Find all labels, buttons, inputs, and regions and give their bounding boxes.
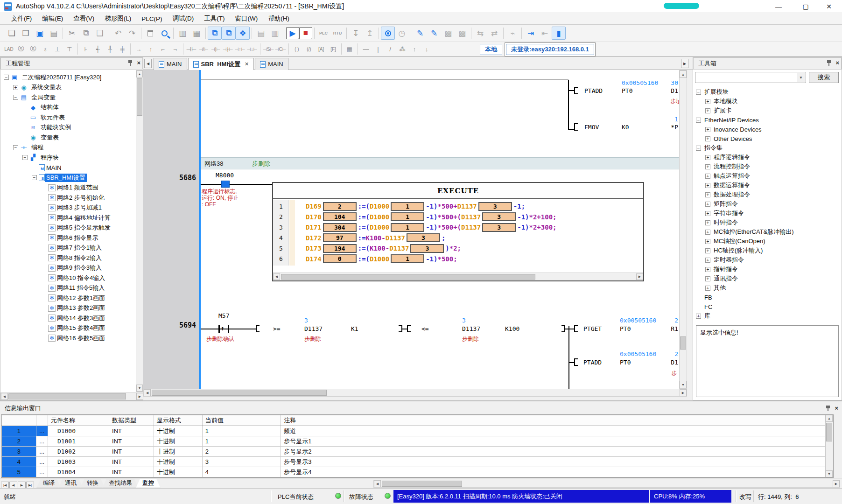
tree-item-其他[interactable]: +其他 (695, 283, 835, 293)
watch-col-header[interactable] (36, 415, 48, 426)
scroll-thumb[interactable] (281, 274, 535, 280)
watch-cell[interactable]: INT (109, 436, 154, 447)
st-line-5[interactable]: 5D173194:=(K100-D11373)*2; (273, 243, 643, 253)
write-enable-icon[interactable]: ✎ (413, 27, 427, 40)
expand-icon[interactable]: + (705, 230, 710, 235)
star-tool-icon[interactable]: ⁂ (396, 43, 408, 55)
close-icon[interactable]: × (835, 405, 838, 412)
tab-scroll-right-icon[interactable]: ▶ (681, 59, 688, 68)
row-select-button[interactable]: ... (36, 447, 48, 457)
output-device[interactable]: R1 (660, 325, 678, 332)
tree-item-字符串指令[interactable]: +字符串指令 (695, 209, 835, 218)
expand-icon[interactable]: + (705, 258, 710, 263)
scroll-right-icon[interactable]: ▶ (680, 389, 687, 396)
scroll-thumb[interactable] (152, 390, 327, 396)
collapse-icon[interactable]: − (696, 90, 701, 95)
project-tree-hscrollbar[interactable]: ◀ ▶ (0, 392, 144, 400)
watch-cell[interactable]: 4 (202, 467, 281, 477)
instruction[interactable]: FMOV (584, 124, 599, 131)
operand[interactable]: PT0 (622, 87, 632, 94)
execute-block[interactable]: EXECUTE 1D1692:=(D10001-1)*500+D11373-1;… (272, 182, 644, 281)
operand-value-box[interactable]: 1 (391, 202, 424, 211)
open-file-icon[interactable]: ❒ (19, 27, 33, 40)
output-tab-通讯[interactable]: 通讯 (58, 479, 83, 488)
operand-value-box[interactable]: 3 (482, 212, 516, 221)
tree-item-变量表[interactable]: ◉变量表 (1, 133, 136, 143)
st-code-body[interactable]: 1D1692:=(D10001-1)*500+D11373-1;2D170104… (273, 200, 643, 266)
scroll-left-icon[interactable]: ◀ (273, 273, 280, 280)
collapse-icon[interactable]: − (4, 75, 9, 80)
coil-nc-icon[interactable]: (/) (303, 43, 315, 55)
watch-cell[interactable]: INT (109, 467, 154, 477)
redo-icon[interactable]: ↷ (125, 27, 139, 40)
local-mode-button[interactable]: 本地 (480, 44, 502, 55)
watch-col-header[interactable] (2, 415, 36, 426)
expand-icon[interactable]: + (13, 85, 18, 90)
save-icon[interactable]: ▣ (33, 27, 47, 40)
tree-item-HC轴控(脉冲输入)[interactable]: +HC轴控(脉冲输入) (695, 246, 835, 255)
up-tool-icon[interactable]: ↑ (408, 43, 421, 55)
tree-item-二次编程20250711 [Easy320][interactable]: −▣二次编程20250711 [Easy320] (1, 72, 136, 83)
app-instr-icon[interactable]: [A] (315, 43, 327, 55)
scroll-left-icon[interactable]: ◀ (374, 480, 381, 487)
tree-item-数据运算指令[interactable]: +数据运算指令 (695, 181, 835, 190)
matrix-edit-icon[interactable]: ▩ (455, 27, 469, 40)
scroll-right-icon[interactable]: ▶ (636, 273, 643, 280)
menu-item-1[interactable]: 编辑(E) (37, 14, 68, 24)
trace-clock-icon[interactable]: ◷ (395, 27, 409, 40)
close-icon[interactable]: × (835, 60, 839, 66)
wire-up-icon[interactable]: ↑ (145, 43, 157, 55)
watch-row-3[interactable]: 3...D1002INT十进制2步号显示2 (2, 447, 832, 457)
st-line-1[interactable]: 1D1692:=(D10001-1)*500+D11373-1; (273, 201, 643, 211)
close-icon[interactable]: × (137, 60, 140, 66)
tree-item-网络8 指令2输入[interactable]: ✻网络8 指令2输入 (1, 253, 136, 263)
tree-item-网络1 频道范围[interactable]: ✻网络1 频道范围 (1, 183, 136, 193)
tree-item-Inovance Devices[interactable]: +Inovance Devices (695, 125, 835, 134)
scroll-thumb[interactable] (8, 393, 126, 399)
output-tab-监控[interactable]: 监控 (136, 479, 161, 488)
expand-icon[interactable]: + (705, 248, 710, 253)
doc-sync-icon[interactable]: ▥ (268, 27, 282, 40)
watch-cell[interactable]: 1 (202, 436, 281, 447)
menu-item-5[interactable]: 调试(D) (168, 14, 199, 24)
row-number[interactable]: 2 (2, 436, 36, 447)
operand-value-box[interactable]: 3 (482, 223, 516, 232)
tree-item-网络6 指令显示[interactable]: ✻网络6 指令显示 (1, 233, 136, 243)
menu-item-0[interactable]: 文件(F) (7, 14, 36, 24)
expand-icon[interactable]: + (705, 267, 710, 272)
operand-value-box[interactable]: 1 (391, 254, 424, 263)
operand[interactable]: PT0 (620, 359, 631, 366)
editor-tab-SBR_HMI设置[interactable]: SBR_HMI设置✕ (188, 58, 254, 70)
row-select-button[interactable]: ... (36, 467, 48, 477)
matrix-monitor-icon[interactable]: ▩ (441, 27, 455, 40)
write-edit-icon[interactable]: ✎ (427, 27, 441, 40)
lad-view-icon[interactable]: LAD (3, 43, 15, 55)
row-number[interactable]: 4 (2, 457, 36, 467)
tab-close-icon[interactable]: ✕ (245, 61, 249, 67)
tree-item-指针指令[interactable]: +指针指令 (695, 265, 835, 274)
contact-powered[interactable] (221, 181, 230, 188)
new-file-icon[interactable]: ❏ (5, 27, 19, 40)
plc-config-icon[interactable]: PLC (316, 27, 330, 40)
scroll-down-icon[interactable]: ▼ (680, 381, 687, 388)
compare-operand[interactable]: K1 (351, 325, 358, 332)
scroll-thumb[interactable] (382, 481, 462, 487)
operand-value-box[interactable]: 3 (478, 202, 512, 211)
undo-icon[interactable]: ↶ (111, 27, 125, 40)
expand-icon[interactable]: + (705, 136, 710, 141)
watch-cell[interactable]: INT (109, 426, 154, 436)
project-tree-vscrollbar[interactable]: ▲ ▼ (136, 70, 143, 392)
stop-icon[interactable]: ■ (299, 27, 312, 39)
tree-item-扩展模块[interactable]: −扩展模块 (695, 87, 835, 97)
scroll-up-icon[interactable]: ▲ (136, 70, 143, 77)
collapse-icon[interactable]: − (32, 175, 37, 180)
login-status-button[interactable]: 未登录:easy320:192.168.0.1 (506, 44, 594, 55)
compare-operator[interactable]: <= (421, 325, 429, 332)
func-instr-icon[interactable]: [F] (327, 43, 339, 55)
expand-icon[interactable]: + (705, 99, 710, 104)
output-device[interactable]: *P (660, 124, 678, 131)
expand-icon[interactable]: + (705, 155, 710, 160)
contact-and-icon[interactable]: ⊣|⊢ (210, 43, 222, 55)
operand-value-box[interactable]: 104 (323, 212, 357, 221)
expand-icon[interactable]: + (705, 286, 710, 291)
